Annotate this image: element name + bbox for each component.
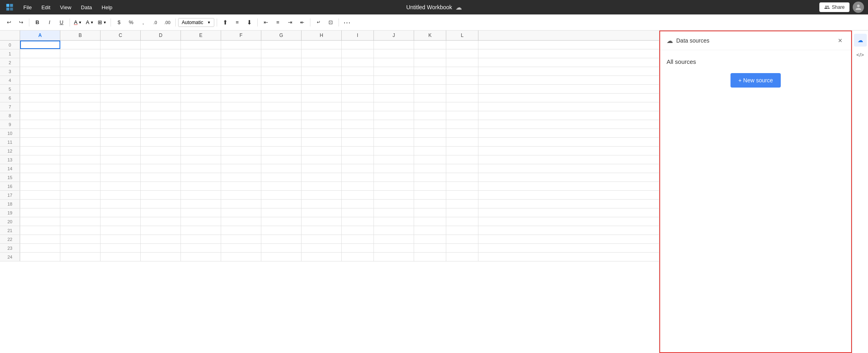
cell-D1[interactable] <box>141 49 181 58</box>
cell-B17[interactable] <box>60 191 101 199</box>
cell-E21[interactable] <box>181 226 221 235</box>
cell-I17[interactable] <box>342 191 374 199</box>
col-header-J[interactable]: J <box>374 31 414 40</box>
cell-L18[interactable] <box>446 200 478 208</box>
cell-K0[interactable] <box>414 41 446 49</box>
cell-E9[interactable] <box>181 120 221 129</box>
cell-G18[interactable] <box>261 200 302 208</box>
cell-G10[interactable] <box>261 129 302 137</box>
cell-B20[interactable] <box>60 217 101 226</box>
cell-B18[interactable] <box>60 200 101 208</box>
cell-C9[interactable] <box>101 120 141 129</box>
cell-L4[interactable] <box>446 76 478 84</box>
cell-H18[interactable] <box>302 200 342 208</box>
cell-L12[interactable] <box>446 147 478 155</box>
cell-F18[interactable] <box>221 200 261 208</box>
cell-E19[interactable] <box>181 208 221 217</box>
cell-D22[interactable] <box>141 235 181 243</box>
share-button[interactable]: Share <box>819 2 850 12</box>
cell-F11[interactable] <box>221 138 261 146</box>
cell-E22[interactable] <box>181 235 221 243</box>
cell-F13[interactable] <box>221 155 261 164</box>
cell-I8[interactable] <box>342 111 374 120</box>
cell-G20[interactable] <box>261 217 302 226</box>
col-header-H[interactable]: H <box>302 31 342 40</box>
cell-H13[interactable] <box>302 155 342 164</box>
cell-B23[interactable] <box>60 244 101 252</box>
cell-A23[interactable] <box>20 244 60 252</box>
cell-K19[interactable] <box>414 208 446 217</box>
cell-C23[interactable] <box>101 244 141 252</box>
cell-G19[interactable] <box>261 208 302 217</box>
cell-K23[interactable] <box>414 244 446 252</box>
cell-E10[interactable] <box>181 129 221 137</box>
cell-G22[interactable] <box>261 235 302 243</box>
cell-H19[interactable] <box>302 208 342 217</box>
cell-L9[interactable] <box>446 120 478 129</box>
cell-K10[interactable] <box>414 129 446 137</box>
cell-H16[interactable] <box>302 182 342 190</box>
cell-F24[interactable] <box>221 253 261 261</box>
cell-J2[interactable] <box>374 58 414 67</box>
cell-H24[interactable] <box>302 253 342 261</box>
cell-G14[interactable] <box>261 164 302 173</box>
cell-B5[interactable] <box>60 85 101 93</box>
cell-L17[interactable] <box>446 191 478 199</box>
cell-F17[interactable] <box>221 191 261 199</box>
cell-H3[interactable] <box>302 67 342 75</box>
align-center-button[interactable]: ≡ <box>272 17 283 28</box>
cell-L24[interactable] <box>446 253 478 261</box>
cell-J14[interactable] <box>374 164 414 173</box>
cell-I4[interactable] <box>342 76 374 84</box>
cell-B3[interactable] <box>60 67 101 75</box>
new-source-button[interactable]: + New source <box>731 73 781 88</box>
cell-A14[interactable] <box>20 164 60 173</box>
cell-K5[interactable] <box>414 85 446 93</box>
percent-button[interactable]: % <box>125 17 137 28</box>
cell-E0[interactable] <box>181 41 221 49</box>
cell-G16[interactable] <box>261 182 302 190</box>
cell-D15[interactable] <box>141 173 181 182</box>
cell-D23[interactable] <box>141 244 181 252</box>
cell-D0[interactable] <box>141 41 181 49</box>
cell-A24[interactable] <box>20 253 60 261</box>
dollar-button[interactable]: $ <box>113 17 125 28</box>
cell-H14[interactable] <box>302 164 342 173</box>
cell-F3[interactable] <box>221 67 261 75</box>
format-dropdown[interactable]: Automatic ▼ <box>178 18 214 27</box>
cell-H4[interactable] <box>302 76 342 84</box>
cell-D13[interactable] <box>141 155 181 164</box>
cell-D14[interactable] <box>141 164 181 173</box>
cell-D18[interactable] <box>141 200 181 208</box>
cell-K20[interactable] <box>414 217 446 226</box>
cell-C24[interactable] <box>101 253 141 261</box>
cell-E13[interactable] <box>181 155 221 164</box>
cell-A18[interactable] <box>20 200 60 208</box>
cell-I6[interactable] <box>342 94 374 102</box>
cell-H9[interactable] <box>302 120 342 129</box>
cell-D21[interactable] <box>141 226 181 235</box>
cell-E1[interactable] <box>181 49 221 58</box>
cell-C8[interactable] <box>101 111 141 120</box>
cell-C19[interactable] <box>101 208 141 217</box>
cell-F1[interactable] <box>221 49 261 58</box>
cell-G12[interactable] <box>261 147 302 155</box>
cell-E11[interactable] <box>181 138 221 146</box>
col-header-E[interactable]: E <box>181 31 221 40</box>
cell-E16[interactable] <box>181 182 221 190</box>
cell-I19[interactable] <box>342 208 374 217</box>
fill-color-button[interactable]: A ▼ <box>84 18 96 26</box>
cell-C6[interactable] <box>101 94 141 102</box>
more-button[interactable]: ⋯ <box>341 17 353 28</box>
cell-C4[interactable] <box>101 76 141 84</box>
cell-A3[interactable] <box>20 67 60 75</box>
cell-I24[interactable] <box>342 253 374 261</box>
cell-K1[interactable] <box>414 49 446 58</box>
menu-view[interactable]: View <box>56 3 75 12</box>
cell-A22[interactable] <box>20 235 60 243</box>
cell-I1[interactable] <box>342 49 374 58</box>
cell-I11[interactable] <box>342 138 374 146</box>
cell-B14[interactable] <box>60 164 101 173</box>
cell-L3[interactable] <box>446 67 478 75</box>
cell-F20[interactable] <box>221 217 261 226</box>
